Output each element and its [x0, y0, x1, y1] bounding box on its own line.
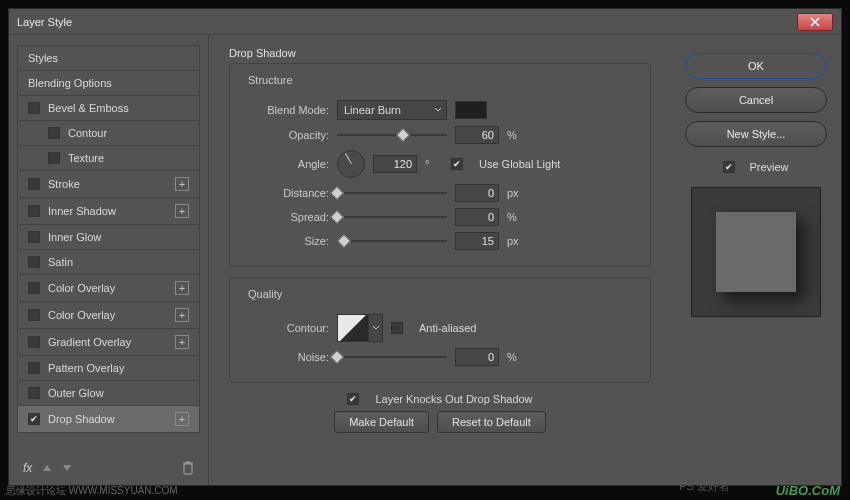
knockout-label: Layer Knocks Out Drop Shadow: [375, 393, 532, 405]
arrow-down-icon[interactable]: [62, 463, 72, 473]
style-checkbox[interactable]: [28, 282, 40, 294]
style-item-bevel-emboss[interactable]: Bevel & Emboss: [17, 96, 200, 121]
style-item-contour[interactable]: Contour: [17, 121, 200, 146]
anti-aliased-checkbox[interactable]: [391, 322, 403, 334]
global-light-label: Use Global Light: [479, 158, 560, 170]
style-item-label: Bevel & Emboss: [48, 102, 129, 114]
add-effect-icon[interactable]: +: [175, 335, 189, 349]
angle-label: Angle:: [244, 158, 329, 170]
center-panel: Drop Shadow Structure Blend Mode: Linear…: [209, 35, 671, 485]
distance-input[interactable]: 0: [455, 184, 499, 202]
style-item-inner-shadow[interactable]: Inner Shadow+: [17, 198, 200, 225]
spread-slider[interactable]: [337, 210, 447, 224]
style-checkbox[interactable]: [28, 387, 40, 399]
style-checkbox[interactable]: [48, 152, 60, 164]
chevron-down-icon: [434, 106, 442, 114]
preview-checkbox[interactable]: [723, 161, 735, 173]
opacity-slider[interactable]: [337, 128, 447, 142]
fx-icon[interactable]: fx: [23, 461, 32, 475]
style-item-gradient-overlay[interactable]: Gradient Overlay+: [17, 329, 200, 356]
preview-box: [691, 187, 821, 317]
add-effect-icon[interactable]: +: [175, 204, 189, 218]
contour-label: Contour:: [244, 322, 329, 334]
ok-button[interactable]: OK: [685, 53, 827, 79]
style-item-satin[interactable]: Satin: [17, 250, 200, 275]
add-effect-icon[interactable]: +: [175, 177, 189, 191]
spread-input[interactable]: 0: [455, 208, 499, 226]
style-item-stroke[interactable]: Stroke+: [17, 171, 200, 198]
add-effect-icon[interactable]: +: [175, 308, 189, 322]
quality-fieldset: Quality Contour: Anti-aliased Noise: 0 %: [229, 277, 651, 383]
style-checkbox[interactable]: [28, 256, 40, 268]
style-item-label: Satin: [48, 256, 73, 268]
style-item-inner-glow[interactable]: Inner Glow: [17, 225, 200, 250]
structure-legend: Structure: [244, 74, 297, 86]
watermark-chinese: PS 爱好者: [679, 479, 730, 494]
style-checkbox[interactable]: [28, 205, 40, 217]
dialog-title: Layer Style: [17, 16, 72, 28]
opacity-input[interactable]: 60: [455, 126, 499, 144]
global-light-checkbox[interactable]: [451, 158, 463, 170]
anti-aliased-label: Anti-aliased: [419, 322, 476, 334]
style-item-label: Color Overlay: [48, 309, 115, 321]
style-item-outer-glow[interactable]: Outer Glow: [17, 381, 200, 406]
noise-label: Noise:: [244, 351, 329, 363]
distance-label: Distance:: [244, 187, 329, 199]
noise-input[interactable]: 0: [455, 348, 499, 366]
style-checkbox[interactable]: [28, 413, 40, 425]
styles-sidebar: Styles Blending Options Bevel & EmbossCo…: [9, 35, 209, 485]
preview-swatch: [716, 212, 796, 292]
close-button[interactable]: [797, 13, 833, 31]
panel-title: Drop Shadow: [229, 47, 651, 59]
style-item-label: Texture: [68, 152, 104, 164]
style-item-label: Inner Shadow: [48, 205, 116, 217]
add-effect-icon[interactable]: +: [175, 281, 189, 295]
arrow-up-icon[interactable]: [42, 463, 52, 473]
angle-input[interactable]: 120: [373, 155, 417, 173]
size-label: Size:: [244, 235, 329, 247]
style-item-label: Pattern Overlay: [48, 362, 124, 374]
blend-mode-label: Blend Mode:: [244, 104, 329, 116]
new-style-button[interactable]: New Style...: [685, 121, 827, 147]
style-checkbox[interactable]: [28, 362, 40, 374]
cancel-button[interactable]: Cancel: [685, 87, 827, 113]
preview-label: Preview: [749, 161, 788, 173]
shadow-color-swatch[interactable]: [455, 101, 487, 119]
blending-options[interactable]: Blending Options: [17, 71, 200, 96]
angle-dial[interactable]: [337, 150, 365, 178]
opacity-label: Opacity:: [244, 129, 329, 141]
style-checkbox[interactable]: [28, 102, 40, 114]
style-item-label: Contour: [68, 127, 107, 139]
size-slider[interactable]: [337, 234, 447, 248]
contour-dropdown[interactable]: [369, 314, 383, 342]
style-checkbox[interactable]: [28, 336, 40, 348]
noise-slider[interactable]: [337, 350, 447, 364]
style-checkbox[interactable]: [48, 127, 60, 139]
knockout-checkbox[interactable]: [347, 393, 359, 405]
style-item-label: Inner Glow: [48, 231, 101, 243]
style-item-pattern-overlay[interactable]: Pattern Overlay: [17, 356, 200, 381]
trash-icon[interactable]: [182, 461, 194, 475]
style-item-color-overlay[interactable]: Color Overlay+: [17, 275, 200, 302]
style-checkbox[interactable]: [28, 231, 40, 243]
watermark-right: UiBO.CoM: [776, 483, 840, 498]
style-item-drop-shadow[interactable]: Drop Shadow+: [17, 406, 200, 433]
sidebar-footer: fx: [17, 455, 200, 475]
style-item-label: Color Overlay: [48, 282, 115, 294]
style-item-label: Gradient Overlay: [48, 336, 131, 348]
titlebar: Layer Style: [9, 9, 841, 35]
size-input[interactable]: 15: [455, 232, 499, 250]
styles-header[interactable]: Styles: [17, 45, 200, 71]
style-item-texture[interactable]: Texture: [17, 146, 200, 171]
blend-mode-select[interactable]: Linear Burn: [337, 100, 447, 120]
style-checkbox[interactable]: [28, 178, 40, 190]
distance-slider[interactable]: [337, 186, 447, 200]
right-panel: OK Cancel New Style... Preview: [671, 35, 841, 485]
make-default-button[interactable]: Make Default: [334, 411, 429, 433]
style-checkbox[interactable]: [28, 309, 40, 321]
reset-default-button[interactable]: Reset to Default: [437, 411, 546, 433]
style-item-color-overlay[interactable]: Color Overlay+: [17, 302, 200, 329]
layer-style-dialog: Layer Style Styles Blending Options Beve…: [8, 8, 842, 486]
contour-picker[interactable]: [337, 314, 369, 342]
add-effect-icon[interactable]: +: [175, 412, 189, 426]
